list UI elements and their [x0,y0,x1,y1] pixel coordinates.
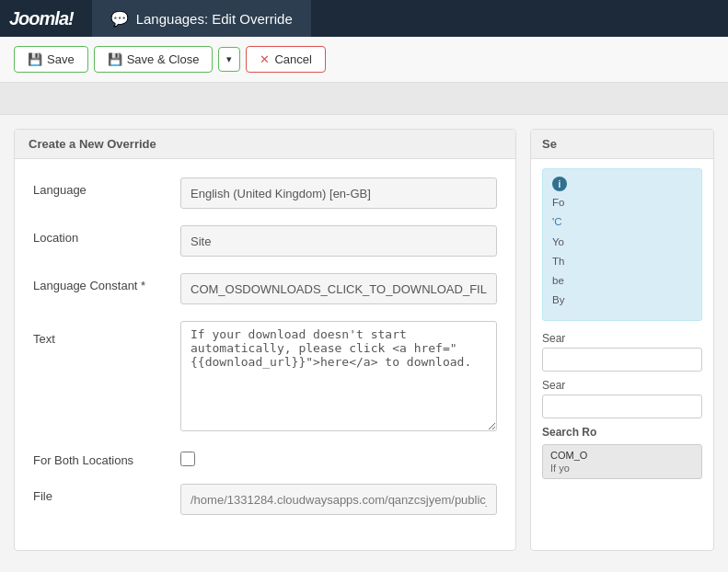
search-input-1[interactable] [542,348,702,372]
info-line-1: Fo [552,195,692,211]
search-label-1: Sear [542,332,702,345]
search-panel-title: Se [542,137,557,151]
save-button[interactable]: 💾 Save [14,46,88,73]
location-label: Location [33,225,180,245]
text-label: Text [33,326,180,346]
location-row: Location [33,225,497,257]
save-icon: 💾 [28,52,42,66]
form-panel: Create a New Override Language Location … [14,129,516,551]
search-result-value: If yo [550,463,694,474]
save-label: Save [47,52,75,66]
location-input[interactable] [180,225,497,257]
main-content: Create a New Override Language Location … [0,115,728,565]
form-panel-title: Create a New Override [29,137,156,151]
language-input[interactable] [180,177,497,209]
toolbar: 💾 Save 💾 Save & Close ▾ ✕ Cancel [0,37,728,83]
info-link[interactable]: C [554,216,561,227]
info-icon: i [552,177,567,191]
constant-row: Language Constant * [33,273,497,304]
info-line-3: Yo [552,235,692,250]
language-row: Language [33,177,497,209]
search-panel-body: i Fo 'C Yo Th be By Sear Sear Search Ro [531,159,713,492]
text-label-wrap: Text ➤ [33,321,180,346]
search-input-wrap-2: Sear [542,379,702,418]
save-close-label: Save & Close [127,52,200,66]
file-label: File [33,484,180,503]
info-line-2: 'C [552,214,692,230]
cancel-icon: ✕ [260,52,270,66]
text-textarea[interactable]: If your download doesn't start automatic… [180,321,497,431]
save-close-button[interactable]: 💾 Save & Close [94,46,214,73]
file-input[interactable] [180,484,497,515]
info-line-5: be [552,273,692,289]
joomla-logo: Joomla! [9,8,74,29]
search-result-item[interactable]: COM_O If yo [542,444,702,479]
constant-input[interactable] [180,273,497,304]
file-row: File [33,484,497,515]
search-input-2[interactable] [542,395,702,418]
for-both-label: For Both Locations [33,448,180,467]
search-panel: Se i Fo 'C Yo Th be By Sear Sear [530,129,714,551]
chat-icon: 💬 [110,10,129,28]
language-label: Language [33,177,180,197]
save-close-icon: 💾 [108,52,122,66]
search-results-label: Search Ro [542,426,702,439]
sub-header [0,83,728,115]
text-row: Text ➤ If your download doesn't start au… [33,321,497,431]
info-line-6: By [552,292,692,308]
constant-label: Language Constant * [33,273,180,292]
dropdown-button[interactable]: ▾ [218,47,240,72]
search-input-wrap-1: Sear [542,332,702,372]
for-both-row: For Both Locations [33,448,497,467]
form-body: Language Location Language Constant * Te… [15,159,515,550]
info-line-4: Th [552,254,692,269]
search-info-box: i Fo 'C Yo Th be By [542,168,702,321]
page-title: Languages: Edit Override [136,11,293,27]
chevron-down-icon: ▾ [226,53,232,65]
top-bar: Joomla! 💬 Languages: Edit Override [0,0,728,37]
search-result-key: COM_O [550,450,694,461]
form-panel-header: Create a New Override [15,130,515,159]
for-both-checkbox[interactable] [180,452,195,466]
cancel-button[interactable]: ✕ Cancel [246,46,325,73]
cancel-label: Cancel [274,52,311,66]
search-panel-header: Se [531,130,713,159]
page-title-bar: 💬 Languages: Edit Override [92,0,311,37]
search-label-2: Sear [542,379,702,392]
